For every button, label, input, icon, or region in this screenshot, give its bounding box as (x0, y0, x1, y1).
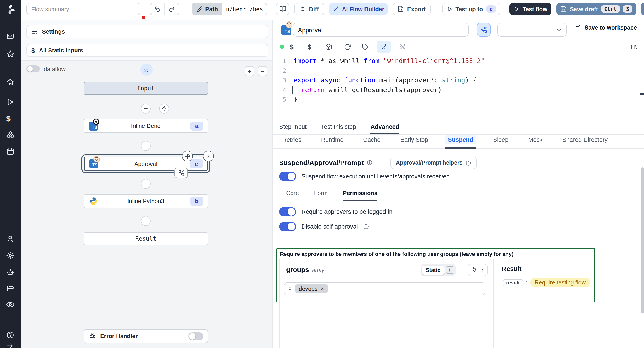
undo-button[interactable] (150, 3, 164, 15)
remove-chip-icon[interactable]: × (321, 286, 324, 292)
docs-book-button[interactable] (276, 3, 289, 15)
zap-icon (162, 106, 167, 112)
groups-array-input[interactable]: devops × (284, 282, 485, 295)
subtab-core[interactable]: Core (286, 190, 299, 201)
format-tag-icon[interactable] (362, 43, 369, 50)
tab-suspend[interactable]: Suspend (445, 135, 476, 148)
approval-prompt-helpers-button[interactable]: Approval/Prompt helpers (390, 156, 477, 169)
redo-button[interactable] (164, 3, 179, 15)
plus-icon (143, 218, 148, 224)
apps-icon[interactable] (6, 32, 14, 40)
resources-icon[interactable] (6, 130, 15, 139)
ai-wand-button[interactable] (140, 64, 152, 76)
ai-flow-builder-button[interactable]: AI Flow Builder (329, 3, 388, 15)
save-to-workspace-button[interactable]: Save to workspace (574, 24, 637, 31)
drag-updown-icon[interactable] (288, 286, 292, 291)
groups-field-type: array (312, 267, 324, 273)
plus-icon (143, 143, 148, 148)
static-mode-button[interactable]: Static (422, 266, 444, 274)
deploy-button-partial[interactable] (641, 3, 644, 15)
path-value[interactable]: u/henri/bes (222, 3, 266, 15)
suspend-toggle[interactable] (279, 172, 296, 181)
diff-button[interactable]: Diff (294, 3, 324, 15)
pencil-icon (197, 6, 202, 12)
variable-picker-icon[interactable]: $ (290, 43, 294, 50)
suspend-section: Suspend/Approval/Prompt Approval/Prompt … (273, 148, 644, 348)
tab-shared-directory[interactable]: Shared Directory (559, 135, 611, 148)
workers-robot-icon[interactable] (6, 268, 14, 276)
subtab-form[interactable]: Form (314, 190, 328, 201)
ai-assistant-off-icon[interactable] (399, 44, 406, 50)
settings-gear-icon[interactable] (6, 252, 14, 260)
step-name-input[interactable] (293, 23, 469, 37)
connect-input-button[interactable] (468, 264, 488, 276)
require-logged-in-toggle[interactable] (279, 207, 296, 216)
users-icon[interactable] (6, 235, 14, 243)
zoom-in-button[interactable]: + (245, 66, 254, 76)
package-icon[interactable] (325, 43, 332, 50)
node-inline-deno[interactable]: TS Inline Deno a (84, 119, 208, 133)
tab-advanced[interactable]: Advanced (370, 121, 399, 134)
export-button[interactable]: Export (393, 3, 431, 15)
flow-top-section: Settings $ All Static Inputs (20, 20, 272, 61)
save-draft-button[interactable]: Save draft Ctrl S (556, 3, 636, 15)
zoom-out-button[interactable]: − (258, 66, 268, 76)
approval-phone-button[interactable] (477, 23, 490, 37)
disable-self-approval-toggle[interactable] (279, 222, 296, 231)
reload-icon[interactable] (344, 43, 351, 50)
status-dot (280, 45, 284, 49)
audit-eye-icon[interactable] (6, 300, 14, 309)
add-step-button[interactable] (141, 216, 151, 226)
test-flow-button[interactable]: Test flow (510, 3, 552, 15)
tab-test-this-step[interactable]: Test this step (321, 121, 356, 134)
step-typescript-approval-icon: TS (281, 25, 291, 35)
variables-icon[interactable]: $ (6, 114, 10, 124)
suspend-toggle-row: Suspend flow execution until events/appr… (279, 172, 450, 181)
path-control[interactable]: Path u/henri/bes (192, 3, 267, 15)
ai-assistant-icon[interactable] (376, 41, 391, 53)
add-step-button[interactable] (141, 104, 151, 114)
dataflow-toggle[interactable] (26, 65, 40, 72)
expand-sidebar-arrow-icon[interactable] (6, 342, 14, 348)
panel-scrollbar-thumb[interactable] (641, 167, 644, 313)
suspend-phone-badge (174, 168, 188, 178)
tab-step-input[interactable]: Step Input (279, 121, 306, 134)
node-input[interactable]: Input (84, 82, 208, 95)
delete-node-button[interactable] (203, 151, 214, 162)
help-icon[interactable] (6, 331, 14, 339)
test-up-to-button[interactable]: Test up to c (442, 3, 500, 15)
tab-cache[interactable]: Cache (360, 135, 384, 148)
all-static-inputs-row[interactable]: $ All Static Inputs (26, 44, 268, 57)
step-id-badge: b (190, 196, 204, 206)
library-icon[interactable] (630, 43, 638, 50)
windmill-logo-icon[interactable] (4, 4, 16, 18)
folders-icon[interactable] (6, 284, 14, 292)
groups-field-label: groupsarray (286, 266, 324, 273)
home-icon[interactable] (6, 78, 14, 86)
tab-retries[interactable]: Retries (279, 135, 304, 148)
node-result[interactable]: Result (84, 232, 208, 245)
error-handler-row[interactable]: Error Handler (84, 329, 208, 343)
runs-icon[interactable] (6, 98, 14, 106)
add-step-button[interactable] (141, 141, 151, 151)
javascript-expr-button[interactable]: f (446, 266, 453, 274)
resource-picker-icon[interactable]: $ (308, 43, 312, 50)
schedules-calendar-icon[interactable] (6, 147, 14, 155)
magic-wand-icon (332, 6, 339, 12)
add-trigger-button[interactable] (159, 104, 169, 114)
language-select[interactable] (497, 23, 567, 37)
flow-summary-input[interactable] (26, 3, 140, 15)
move-node-handle[interactable] (182, 151, 193, 162)
tab-early-stop[interactable]: Early Stop (397, 135, 431, 148)
tab-runtime[interactable]: Runtime (318, 135, 347, 148)
node-inline-python3[interactable]: Inline Python3 b (84, 194, 208, 208)
tab-sleep[interactable]: Sleep (490, 135, 512, 148)
tab-mock[interactable]: Mock (525, 135, 546, 148)
favorites-star-icon[interactable] (6, 50, 14, 58)
flow-settings-row[interactable]: Settings (26, 25, 268, 38)
code-editor[interactable]: 1import * as wmill from "windmill-client… (273, 53, 644, 121)
error-handler-toggle[interactable] (188, 332, 204, 340)
add-step-button[interactable] (141, 179, 151, 189)
plus-icon (143, 181, 148, 186)
subtab-permissions[interactable]: Permissions (343, 190, 378, 201)
